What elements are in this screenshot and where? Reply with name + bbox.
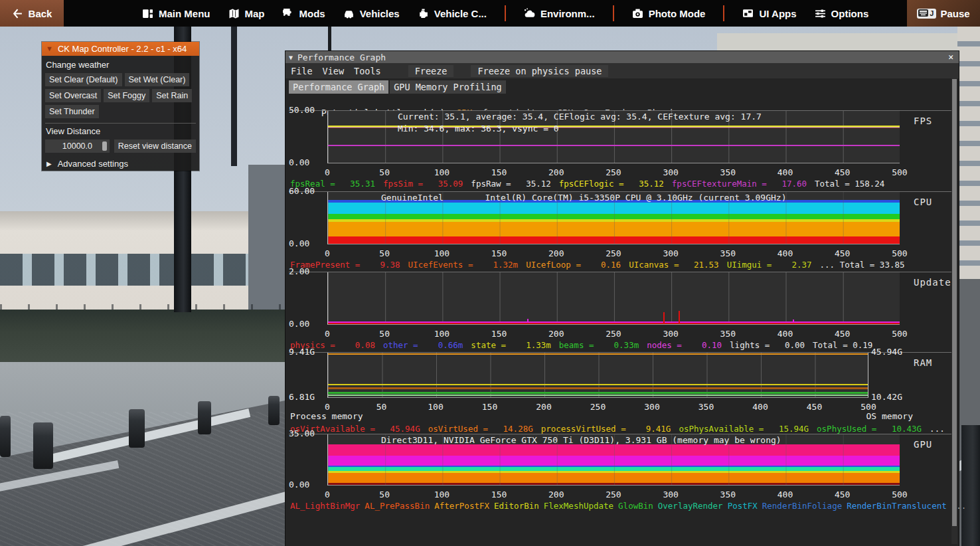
advanced-settings-toggle[interactable]: ▶ Advanced settings	[46, 159, 196, 169]
section-label-cpu: CPU	[914, 197, 932, 207]
process-memory-label: Process memory	[290, 411, 363, 421]
fps-graph-section: 50.00 0.00 Current: 35.1, average: 35.4,…	[289, 110, 953, 111]
ram-x-ticks: 050100150200250300350400450500	[327, 402, 868, 412]
stat-total: ... Total = 33.85	[820, 260, 905, 270]
fps-cef-texture-line	[328, 145, 900, 146]
stat-value: beams = 0.33m	[559, 340, 639, 350]
keyboard-icon	[918, 9, 928, 17]
fps-plot: Current: 35.1, average: 35.4, CEFlogic a…	[327, 111, 900, 163]
legend-item: PostFX	[728, 501, 758, 511]
y-axis-min-label: 0.00	[289, 319, 309, 329]
update-spike	[527, 319, 529, 323]
stat-value: UIcefEvents = 1.32m	[408, 260, 519, 270]
freeze-on-physics-pause-button[interactable]: Freeze on physics pause	[471, 65, 608, 77]
stat-value: state = 1.33m	[471, 340, 550, 350]
update-spike	[663, 312, 665, 323]
tall-building	[248, 165, 289, 321]
freeze-button[interactable]: Freeze	[408, 65, 454, 77]
bollard	[0, 416, 11, 457]
stat-value: processVirtUsed = 9.41G	[541, 424, 671, 434]
close-icon[interactable]: ✕	[948, 52, 953, 62]
ram-processvirt-line	[328, 384, 868, 385]
weather-button[interactable]: Set Overcast	[45, 89, 101, 102]
drag-handle[interactable]	[102, 141, 107, 151]
fps-overlay-line1: Current: 35.1, average: 35.4, CEFlogic a…	[398, 112, 762, 122]
menubar-item[interactable]: Tools	[354, 66, 381, 76]
menu-item-map[interactable]: Map	[228, 8, 265, 19]
gpu-x-ticks: 050100150200250300350400450500	[327, 490, 900, 500]
perf-window-titlebar[interactable]: ▼ Performance Graph ✕	[286, 51, 959, 63]
divider	[45, 123, 196, 124]
back-label: Back	[29, 8, 52, 19]
legend-item: GlowBin	[618, 501, 653, 511]
map-icon	[228, 8, 240, 19]
menu-item-label: Map	[245, 8, 265, 19]
pause-key-label: J	[930, 9, 934, 17]
ram-osvirt-used-line	[328, 387, 868, 389]
menu-item-options[interactable]: Options	[815, 8, 869, 19]
stat-total: ...	[930, 424, 945, 434]
stat-value: UIcanvas = 21.53	[629, 260, 718, 270]
weather-button[interactable]: Set Clear (Default)	[45, 73, 122, 86]
stat-total: Total = 158.24	[815, 179, 884, 189]
weather-button[interactable]: Set Thunder	[45, 105, 99, 118]
weather-button[interactable]: Set Wet (Clear)	[125, 73, 190, 86]
collapse-triangle-icon[interactable]: ▼	[46, 45, 53, 52]
pause-label: Pause	[940, 8, 969, 19]
stat-value: fpsCEFtextureMain = 17.60	[672, 179, 807, 189]
update-graph-section: 2.00 0.00 050100150200250300350400450500…	[289, 272, 953, 272]
fps-overlay-line2: Min: 34.6, max: 36.3, vsync = 0	[398, 124, 559, 134]
ck-map-controller-window: ▼ CK Map Controller - 2.2 - c1 - x64 Cha…	[42, 42, 199, 171]
view-distance-label: View Distance	[46, 126, 196, 136]
back-arrow-icon	[12, 8, 23, 19]
cpu-title: GenuineIntel Intel(R) Core(TM) i5-3350P …	[381, 193, 786, 203]
change-weather-label: Change weather	[46, 60, 196, 70]
menu-item-label: Mods	[299, 8, 325, 19]
car-icon	[343, 8, 355, 19]
menu-separator	[723, 5, 724, 21]
menu-item-mods[interactable]: Mods	[283, 8, 325, 19]
main-menu-icon	[142, 8, 153, 19]
scrollbar-track[interactable]	[951, 78, 957, 544]
scrollbar-thumb[interactable]	[952, 79, 957, 526]
legend-item: OverlayRender	[658, 501, 723, 511]
menu-item-environment[interactable]: Environm...	[524, 8, 595, 19]
collapse-triangle-icon[interactable]: ▼	[289, 54, 293, 61]
perf-tab[interactable]: Performance Graph	[289, 80, 388, 94]
menu-item-label: Vehicles	[360, 8, 400, 19]
pause-button[interactable]: J Pause	[907, 0, 980, 27]
stat-value: osPhysAvailable = 15.94G	[679, 424, 809, 434]
gpu-title: Direct3D11, NVIDIA GeForce GTX 750 Ti (D…	[381, 435, 781, 445]
update-spike	[679, 311, 680, 323]
ram-osphys-used-line	[328, 392, 868, 394]
perf-tab[interactable]: GPU Memory Profiling	[390, 80, 506, 94]
legend-item: AL_LightBinMgr	[290, 501, 360, 511]
reset-view-distance-button[interactable]: Reset view distance	[114, 139, 196, 153]
y-axis-min-label: 0.00	[289, 480, 309, 490]
menu-item-ui-apps[interactable]: UI Apps	[742, 8, 796, 19]
update-physics-line	[328, 323, 900, 324]
cpu-x-ticks: 050100150200250300350400450500	[327, 248, 900, 258]
menu-item-vehicles[interactable]: Vehicles	[343, 8, 400, 19]
menubar-item[interactable]: File	[291, 66, 313, 76]
mods-puzzle-icon	[283, 8, 294, 19]
menu-item-main-menu[interactable]: Main Menu	[142, 8, 210, 19]
gpu-legend-row: AL_LightBinMgrAL_PrePassBinAfterPostFXEd…	[290, 501, 971, 511]
stat-value: nodes = 0.10	[647, 340, 722, 350]
menu-item-label: Vehicle C...	[434, 8, 487, 19]
back-button[interactable]: Back	[0, 0, 64, 27]
stat-total: Total = 0.19	[813, 340, 872, 350]
legend-item: RenderBinFoliage	[762, 501, 842, 511]
ck-window-titlebar[interactable]: ▼ CK Map Controller - 2.2 - c1 - x64	[42, 42, 199, 56]
menu-item-label: Main Menu	[159, 8, 210, 19]
menu-item-label: Environm...	[540, 8, 595, 19]
weather-button[interactable]: Set Rain	[152, 89, 192, 102]
menubar-item[interactable]: View	[323, 66, 345, 76]
view-distance-input[interactable]	[45, 139, 110, 153]
legend-item: FlexMeshUpdate	[544, 501, 613, 511]
bollard	[33, 422, 53, 469]
ck-window-title: CK Map Controller - 2.2 - c1 - x64	[58, 44, 187, 54]
weather-button[interactable]: Set Foggy	[104, 89, 149, 102]
menu-item-vehicle-config[interactable]: Vehicle C...	[418, 8, 487, 19]
menu-item-photo-mode[interactable]: Photo Mode	[632, 8, 706, 19]
